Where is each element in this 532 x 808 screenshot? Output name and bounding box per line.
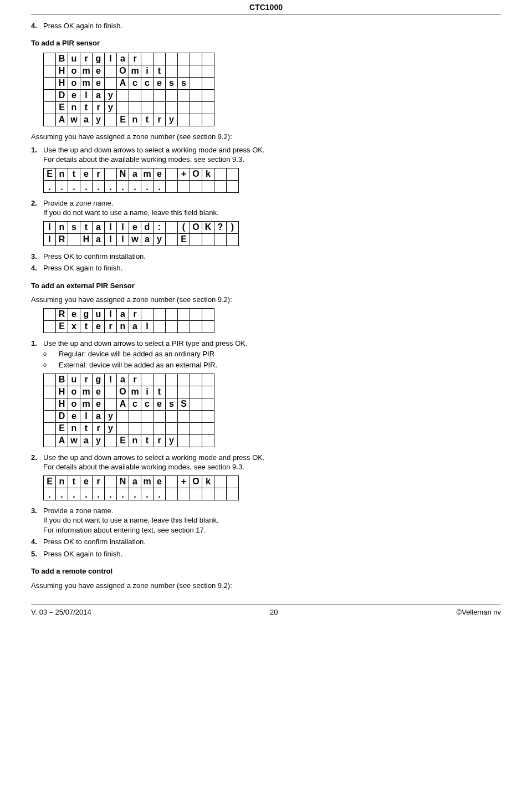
lcd-cell: n bbox=[129, 434, 141, 447]
lcd-cell: w bbox=[129, 233, 141, 246]
pir-step-2: 2. Provide a zone name. If you do not wa… bbox=[31, 198, 501, 218]
lcd-cell: x bbox=[68, 320, 80, 333]
lcd-cell: a bbox=[129, 475, 141, 488]
lcd-cell bbox=[214, 168, 227, 180]
lcd-cell: O bbox=[117, 65, 129, 77]
lcd-cell bbox=[202, 233, 214, 246]
lcd-cell: r bbox=[93, 475, 105, 488]
lcd-cell: y bbox=[93, 114, 105, 126]
lcd-ext-modes: BurglarHomeOmitHomeAccesSDelayEntryAwayE… bbox=[43, 374, 214, 447]
lcd-cell: m bbox=[141, 168, 154, 180]
lcd-cell bbox=[44, 77, 56, 89]
lcd-cell bbox=[154, 308, 166, 320]
lcd-cell: e bbox=[93, 320, 105, 333]
lcd-cell bbox=[129, 101, 141, 114]
lcd-cell: n bbox=[68, 101, 80, 114]
lcd-cell bbox=[227, 488, 239, 500]
lcd-cell: n bbox=[68, 422, 80, 434]
lcd-cell: ? bbox=[214, 221, 227, 233]
lcd-cell: O bbox=[117, 386, 129, 398]
step-text-extra: For details about the available working … bbox=[43, 462, 501, 472]
lcd-cell: y bbox=[105, 422, 117, 434]
heading-add-pir: To add a PIR sensor bbox=[31, 38, 501, 48]
lcd-cell: r bbox=[129, 374, 141, 386]
lcd-cell bbox=[154, 320, 166, 333]
page-header: CTC1000 bbox=[31, 0, 501, 13]
step-text-main: Use the up and down arrows to select a w… bbox=[43, 453, 265, 462]
lcd-pir-modes: BurglarHomeOmitHomeAccessDelayEntryAwayE… bbox=[43, 53, 214, 126]
lcd-cell: . bbox=[129, 180, 141, 192]
lcd-cell bbox=[154, 53, 166, 65]
lcd-cell bbox=[166, 233, 178, 246]
lcd-cell: . bbox=[105, 488, 117, 500]
lcd-cell: m bbox=[129, 65, 141, 77]
lcd-cell bbox=[202, 65, 214, 77]
lcd-cell: r bbox=[93, 422, 105, 434]
lcd-cell bbox=[166, 101, 178, 114]
step-text: Press OK again to finish. bbox=[43, 263, 501, 273]
lcd-cell: A bbox=[56, 434, 68, 447]
lcd-cell bbox=[166, 221, 178, 233]
lcd-cell: o bbox=[68, 65, 80, 77]
lcd-cell: . bbox=[80, 180, 93, 192]
lcd-cell bbox=[178, 114, 190, 126]
lcd-cell bbox=[202, 308, 214, 320]
lcd-cell: m bbox=[141, 475, 154, 488]
lcd-cell bbox=[166, 374, 178, 386]
lcd-cell bbox=[190, 374, 202, 386]
lcd-cell: E bbox=[44, 475, 56, 488]
lcd-cell: n bbox=[56, 168, 68, 180]
lcd-cell bbox=[227, 475, 239, 488]
lcd-cell bbox=[117, 101, 129, 114]
lcd-cell: A bbox=[117, 398, 129, 410]
lcd-cell bbox=[202, 53, 214, 65]
lcd-cell bbox=[178, 374, 190, 386]
lcd-cell: a bbox=[141, 233, 154, 246]
lcd-cell: + bbox=[178, 475, 190, 488]
pir-step-3: 3. Press OK to confirm installation. bbox=[31, 252, 501, 262]
step-number: 1. bbox=[31, 145, 43, 165]
lcd-cell bbox=[166, 386, 178, 398]
lcd-cell bbox=[202, 422, 214, 434]
step-text: Provide a zone name. If you do not want … bbox=[43, 198, 501, 218]
step-number: 3. bbox=[31, 506, 43, 535]
lcd-cell: l bbox=[117, 233, 129, 246]
lcd-cell bbox=[44, 89, 56, 101]
lcd-cell bbox=[190, 77, 202, 89]
lcd-cell: e bbox=[129, 221, 141, 233]
pir-step-4: 4. Press OK again to finish. bbox=[31, 263, 501, 273]
lcd-cell bbox=[202, 374, 214, 386]
lcd-cell: s bbox=[178, 77, 190, 89]
lcd-cell: O bbox=[190, 221, 202, 233]
lcd-cell bbox=[117, 89, 129, 101]
lcd-cell: r bbox=[129, 53, 141, 65]
pir-assume-text: Assuming you have assigned a zone number… bbox=[31, 132, 501, 142]
lcd-cell: a bbox=[93, 221, 105, 233]
step-text-extra: For details about the available working … bbox=[43, 155, 501, 165]
step-text: Press OK to confirm installation. bbox=[43, 252, 501, 262]
step-number: 5. bbox=[31, 549, 43, 559]
lcd-cell bbox=[44, 374, 56, 386]
step-text-main: Provide a zone name. bbox=[43, 507, 113, 515]
lcd-cell: r bbox=[93, 101, 105, 114]
lcd-cell bbox=[190, 320, 202, 333]
lcd-cell: R bbox=[56, 308, 68, 320]
lcd-ext-type: RegularExternal bbox=[43, 308, 214, 333]
lcd-cell bbox=[166, 410, 178, 422]
lcd-cell bbox=[190, 233, 202, 246]
footer-right: ©Velleman nv bbox=[457, 607, 501, 617]
lcd-cell: . bbox=[154, 180, 166, 192]
lcd-cell bbox=[105, 475, 117, 488]
lcd-cell bbox=[105, 386, 117, 398]
lcd-cell bbox=[141, 53, 154, 65]
lcd-cell bbox=[129, 422, 141, 434]
step-text-main: Provide a zone name. bbox=[43, 199, 113, 207]
lcd-cell: c bbox=[141, 77, 154, 89]
lcd-cell bbox=[190, 434, 202, 447]
lcd-cell: w bbox=[68, 434, 80, 447]
lcd-cell: . bbox=[117, 180, 129, 192]
lcd-cell: c bbox=[141, 398, 154, 410]
lcd-cell: . bbox=[68, 180, 80, 192]
lcd-cell bbox=[178, 308, 190, 320]
lcd-cell bbox=[44, 398, 56, 410]
